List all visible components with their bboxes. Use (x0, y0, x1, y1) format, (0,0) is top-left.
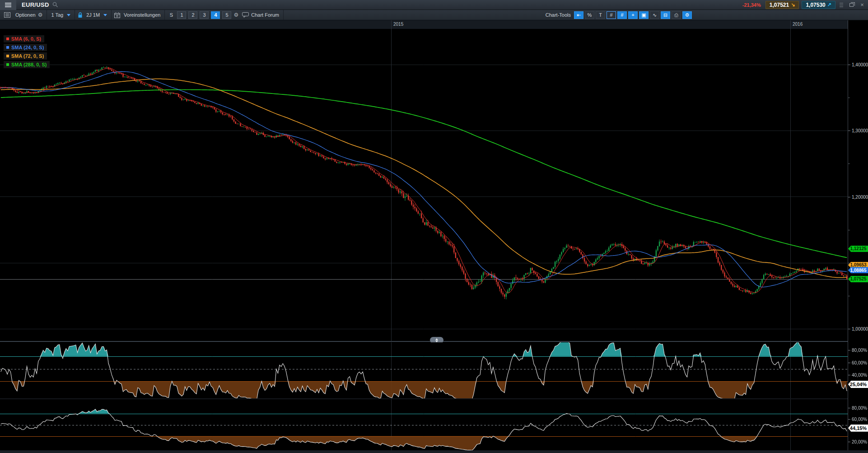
rsi-value-badge: 44,15% (848, 425, 868, 432)
axis-tick (848, 65, 850, 65)
symbol-title: EUR/USD (22, 1, 49, 8)
rsi-24-panel[interactable] (0, 399, 848, 450)
drag-grip[interactable] (840, 3, 843, 7)
grid-edit-icon[interactable]: # (617, 11, 627, 19)
rsi-tick-label: 60,00% (852, 417, 867, 422)
axis-tick (848, 230, 850, 230)
speech-bubble-icon (242, 12, 249, 18)
rsi-tick-label: 60,00% (852, 360, 867, 365)
chart-tools-label: Chart-Tools (546, 12, 571, 18)
rsi-tick-label: 40,00% (852, 373, 867, 378)
legend-item-sma-72[interactable]: SMA (72, 0, S) (4, 52, 47, 60)
range-label: 2J 1M (86, 12, 100, 18)
axis-tick (848, 263, 850, 263)
year-label-2015: 2015 (393, 22, 403, 27)
layout-tab-4[interactable]: 4 (211, 11, 220, 19)
print-icon[interactable]: ⎙ (672, 11, 681, 19)
chevron-down-icon (67, 14, 70, 16)
date-axis: 20152016 (0, 20, 868, 29)
bottom-strip (0, 450, 868, 453)
axis-tick (848, 442, 850, 442)
price-tick-label: 1,00000 (852, 327, 868, 332)
percent-scale-icon[interactable]: % (585, 11, 594, 19)
titlebar: EUR/USD -21,34% 1,07521 ↘ 1,07530 ↗ × (0, 0, 868, 10)
legend-item-sma-288[interactable]: SMA (288, 0, S) (4, 61, 50, 68)
change-percent: -21,34% (742, 2, 761, 8)
layout-tab-3[interactable]: 3 (200, 11, 209, 19)
price-tick-label: 1,20000 (852, 195, 868, 200)
sell-price-button[interactable]: 1,07521 ↘ (765, 1, 799, 9)
pin-crosshair-icon[interactable]: ⌖ (628, 11, 638, 19)
main-price-chart[interactable] (0, 29, 848, 341)
legend-bullet (6, 55, 9, 57)
axis-tick (848, 408, 850, 408)
presets-label: Voreinstellungen (124, 12, 160, 18)
legend-item-sma-24[interactable]: SMA (24, 0, S) (4, 44, 47, 51)
layout-prefix[interactable]: S (168, 11, 175, 19)
indicator-legend: SMA (6, 0, S)SMA (24, 0, S)SMA (72, 0, S… (4, 35, 50, 68)
rsi-6-panel[interactable] (0, 342, 848, 398)
panel-splitter[interactable] (0, 341, 848, 342)
legend-label: SMA (6, 0, S) (11, 36, 41, 42)
period-label: 1 Tag (51, 12, 63, 18)
price-tick-label: 1,30000 (852, 128, 868, 133)
candle-style-icon[interactable]: ∿ (650, 11, 659, 19)
lock-icon[interactable] (78, 12, 83, 18)
price-badge: 1,08865 (848, 267, 868, 273)
chart-toolbar: Optionen ⚙ 1 Tag 2J 1M (0, 10, 868, 20)
menu-button[interactable] (0, 0, 16, 10)
buy-price: 1,07530 (806, 2, 825, 8)
close-window-button[interactable]: × (858, 1, 866, 9)
range-dropdown[interactable]: 2J 1M (85, 11, 108, 19)
legend-item-sma-6[interactable]: SMA (6, 0, S) (4, 35, 44, 42)
legend-bullet (6, 63, 9, 66)
rsi-tick-label: 20,00% (852, 439, 867, 444)
axis-tick (848, 350, 850, 350)
rsi-tick-label: 80,00% (852, 348, 867, 353)
price-axis[interactable]: 1,400001,300001,200001,000001,121251,096… (848, 20, 868, 453)
axis-tick (848, 363, 850, 363)
axis-tick (848, 163, 850, 164)
layout-settings-gear-icon[interactable]: ⚙ (233, 12, 238, 18)
titlebar-right: -21,34% 1,07521 ↘ 1,07530 ↗ × (742, 1, 868, 9)
price-down-arrow-icon: ↘ (791, 2, 795, 8)
sell-price: 1,07521 (770, 2, 789, 8)
legend-label: SMA (288, 0, S) (11, 62, 47, 67)
layout-tab-5[interactable]: 5 (222, 11, 231, 19)
buy-price-button[interactable]: 1,07530 ↗ (802, 1, 835, 9)
year-gridline-tick (790, 20, 791, 29)
eraser-icon[interactable]: ⊟ (661, 11, 670, 19)
settings-edit-icon[interactable]: ⚙ (682, 11, 692, 19)
rsi-value-badge: 25,04% (848, 381, 868, 388)
options-label: Optionen (15, 12, 36, 18)
list-icon (4, 12, 10, 18)
axis-tick (848, 329, 850, 329)
axis-tick (848, 375, 850, 375)
presets-button[interactable]: Voreinstellungen (122, 11, 162, 19)
calendar-icon[interactable] (114, 12, 120, 18)
chart-forum-button[interactable]: Chart Forum (241, 11, 280, 19)
axis-tick (848, 296, 850, 296)
period-dropdown[interactable]: 1 Tag (50, 11, 72, 19)
text-size-icon[interactable]: T (596, 11, 605, 19)
axis-tick (848, 419, 850, 420)
restore-window-button[interactable] (847, 1, 855, 9)
axis-tick (848, 131, 850, 131)
price-tick-label: 1,40000 (852, 62, 868, 67)
chart-forum-label: Chart Forum (251, 12, 279, 18)
gear-icon: ⚙ (38, 12, 43, 18)
dock-left-icon[interactable]: ⇤ (574, 11, 583, 19)
year-label-2016: 2016 (793, 22, 803, 27)
rsi-tick-label: 80,00% (852, 406, 867, 411)
options-button[interactable]: Optionen ⚙ (14, 11, 44, 19)
layout-tab-2[interactable]: 2 (188, 11, 197, 19)
search-icon[interactable] (52, 2, 58, 8)
windows-layout-icon[interactable]: ▣ (639, 11, 649, 19)
grid-icon[interactable]: # (607, 11, 616, 19)
chart-window: EUR/USD -21,34% 1,07521 ↘ 1,07530 ↗ × (0, 0, 868, 453)
layout-tab-1[interactable]: 1 (177, 11, 186, 19)
price-up-arrow-icon: ↗ (827, 2, 831, 8)
list-view-button[interactable] (3, 11, 12, 19)
legend-label: SMA (24, 0, S) (11, 45, 44, 50)
chevron-down-icon (103, 14, 107, 16)
